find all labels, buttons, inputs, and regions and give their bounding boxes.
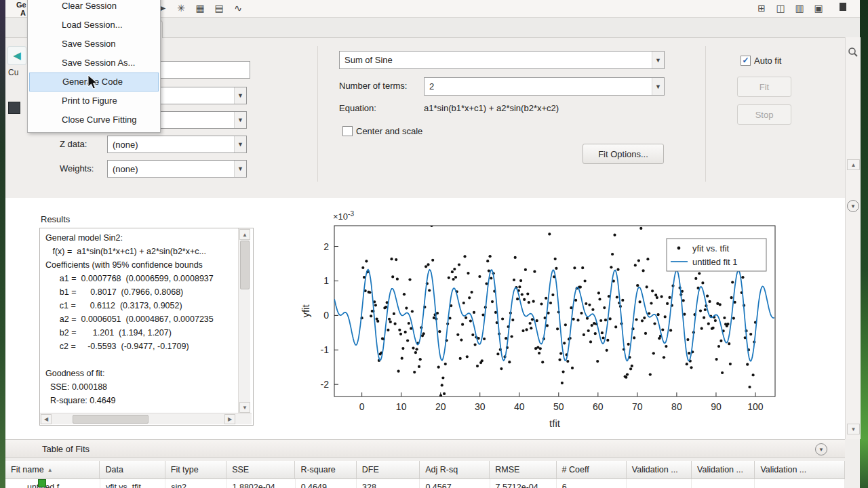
table-cell[interactable]: 0.4649 xyxy=(296,479,357,488)
desktop-edge-right xyxy=(860,0,868,488)
results-vscroll-thumb[interactable] xyxy=(240,241,250,289)
pin-icon[interactable] xyxy=(840,3,846,11)
table-cell[interactable]: 1.8802e-04 xyxy=(227,479,296,488)
results-hscroll-thumb[interactable] xyxy=(73,415,149,424)
fits-table-row[interactable]: untitled f...yfit vs. tfitsin21.8802e-04… xyxy=(5,479,845,488)
weights-select[interactable]: (none)▼ xyxy=(107,160,247,178)
column-header-r-square[interactable]: R-square xyxy=(295,461,356,479)
results-hscrollbar[interactable]: ◀ ▶ xyxy=(40,413,252,424)
legend-toggle-icon[interactable]: ▦ xyxy=(193,1,208,16)
desktop-edge-left xyxy=(0,0,5,488)
table-cell[interactable]: 328 xyxy=(357,479,420,488)
column-header-validation[interactable]: Validation ... xyxy=(627,461,692,479)
stop-button[interactable]: Stop xyxy=(737,104,791,125)
terms-label: Number of terms: xyxy=(339,81,407,91)
collapse-chevron-icon[interactable]: ▼ xyxy=(815,443,827,455)
column-header-fit-name[interactable]: Fit name▲ xyxy=(5,461,100,479)
table-cell[interactable]: yfit vs. tfit xyxy=(100,479,165,488)
cftool-window: Ge A ➤✳▦▤∿ ⊞◫▥▣ ◀ Cu 1 ▼ ▼ Z data: (none… xyxy=(0,0,868,488)
scroll-up-icon[interactable]: ▲ xyxy=(239,229,250,240)
rail-up-icon[interactable]: ▲ xyxy=(847,159,860,170)
fit-options-button[interactable]: Fit Options... xyxy=(583,144,664,164)
rail-collapse-icon[interactable]: ▼ xyxy=(847,200,859,212)
layout-single-icon[interactable]: ▣ xyxy=(811,1,826,16)
svg-text:60: 60 xyxy=(593,401,604,412)
layout-rows-icon[interactable]: ▥ xyxy=(792,1,807,16)
svg-text:-2: -2 xyxy=(321,379,330,390)
results-line: b1 = 0.8017 (0.7966, 0.8068) xyxy=(45,285,237,299)
center-scale-checkbox[interactable] xyxy=(342,126,353,136)
fit-type-value: Sum of Sine xyxy=(340,55,393,65)
auto-fit-checkbox[interactable]: ✓ xyxy=(741,56,751,66)
menu-item-clear-session[interactable]: Clear Session xyxy=(29,0,159,16)
fits-table-header: Fit name▲DataFit typeSSER-squareDFEAdj R… xyxy=(5,461,845,479)
table-cell[interactable]: 0.4567 xyxy=(420,479,490,488)
table-cell[interactable] xyxy=(692,479,755,488)
search-icon[interactable] xyxy=(848,47,859,58)
svg-text:2: 2 xyxy=(323,241,329,252)
table-cell[interactable]: 6 xyxy=(557,479,627,488)
menu-item-close-curve-fitting[interactable]: Close Curve Fitting xyxy=(29,110,159,129)
results-line: f(x) = a1*sin(b1*x+c1) + a2*sin(b2*x+c..… xyxy=(45,245,237,258)
column-header-validation[interactable]: Validation ... xyxy=(692,461,755,479)
results-line: R-square: 0.4649 xyxy=(45,394,237,407)
check-icon: ✓ xyxy=(742,56,749,65)
fit-options-label: Fit Options... xyxy=(598,149,648,159)
weights-label: Weights: xyxy=(60,163,94,174)
stop-button-label: Stop xyxy=(755,110,774,120)
fit-type-select[interactable]: Sum of Sine▼ xyxy=(339,51,665,69)
column-header-rmse[interactable]: RMSE xyxy=(490,461,556,479)
table-cell[interactable]: 7.5712e-04 xyxy=(490,479,557,488)
sort-ascending-icon: ▲ xyxy=(47,467,53,473)
results-vscrollbar[interactable]: ▲ ▼ xyxy=(238,228,250,413)
menu-item-print-to-figure[interactable]: Print to Figure xyxy=(29,92,159,110)
chevron-down-icon: ▼ xyxy=(652,52,664,68)
column-header-dfe[interactable]: DFE xyxy=(357,461,420,479)
folder-item-icon[interactable] xyxy=(8,102,20,114)
menu-item-save-session-as[interactable]: Save Session As... xyxy=(29,54,159,73)
layout-columns-icon[interactable]: ◫ xyxy=(773,1,788,16)
rail-down-icon[interactable]: ▼ xyxy=(847,424,860,434)
column-header-#-coeff[interactable]: # Coeff xyxy=(557,461,627,479)
back-button[interactable]: ◀ xyxy=(7,46,26,65)
column-label: # Coeff xyxy=(562,465,589,474)
column-header-sse[interactable]: SSE xyxy=(226,461,295,479)
column-label: Validation ... xyxy=(697,465,743,474)
column-label: SSE xyxy=(232,465,249,474)
table-cell[interactable] xyxy=(755,479,845,488)
column-header-data[interactable]: Data xyxy=(100,461,165,479)
pane-separator-2 xyxy=(705,46,706,182)
layout-tile-icon[interactable]: ⊞ xyxy=(754,1,769,16)
toolbar-right-group: ⊞◫▥▣ xyxy=(754,1,826,16)
scroll-right-icon[interactable]: ▶ xyxy=(224,414,235,424)
column-label: R-square xyxy=(300,465,335,474)
z-data-select[interactable]: (none)▼ xyxy=(107,136,247,153)
table-cell[interactable]: untitled f... xyxy=(5,479,100,488)
weights-value: (none) xyxy=(108,164,138,174)
table-cell[interactable] xyxy=(627,479,692,488)
axes-limits-icon[interactable]: ∿ xyxy=(231,1,245,16)
mouse-cursor xyxy=(87,75,100,91)
menu-item-save-session[interactable]: Save Session xyxy=(29,35,159,54)
scroll-left-icon[interactable]: ◀ xyxy=(41,414,52,424)
results-title: Results xyxy=(41,214,70,224)
column-header-validation[interactable]: Validation ... xyxy=(755,461,845,479)
results-text[interactable]: General model Sin2: f(x) = a1*sin(b1*x+c… xyxy=(45,231,237,411)
results-line: a2 = 0.0006051 (0.0004867, 0.0007235 xyxy=(45,312,237,326)
fit-button[interactable]: Fit xyxy=(737,77,791,97)
column-header-adj-r-sq[interactable]: Adj R-sq xyxy=(420,461,490,479)
column-label: Fit type xyxy=(171,465,199,474)
table-cell[interactable]: sin2 xyxy=(165,479,226,488)
svg-text:40: 40 xyxy=(514,401,525,412)
grid-toggle-icon[interactable]: ▤ xyxy=(212,1,226,16)
svg-text:yfit: yfit xyxy=(300,304,311,318)
table-of-fits-bar[interactable]: Table of Fits ▼ xyxy=(5,439,845,458)
column-label: Validation ... xyxy=(632,465,678,474)
column-header-fit-type[interactable]: Fit type xyxy=(165,461,226,479)
menu-item-load-session[interactable]: Load Session... xyxy=(29,16,159,35)
scroll-down-icon[interactable]: ▼ xyxy=(239,402,250,413)
brush-icon[interactable]: ✳ xyxy=(174,1,189,16)
terms-select[interactable]: 2▼ xyxy=(424,77,665,96)
right-scroll-rail[interactable]: ▲ ▼ ▼ xyxy=(845,37,861,439)
svg-text:tfit: tfit xyxy=(549,418,561,429)
